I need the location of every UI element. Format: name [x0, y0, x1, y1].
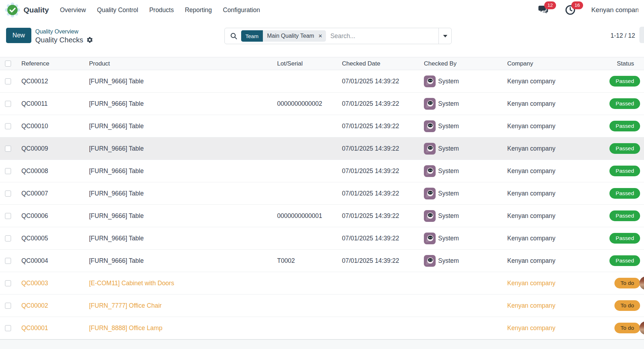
status-cell: Passed: [608, 166, 644, 176]
lot-serial-cell: 0000000000002: [271, 100, 336, 108]
reference-cell: QC00008: [16, 167, 83, 175]
menu-item-reporting[interactable]: Reporting: [185, 6, 212, 14]
status-cell: Passed: [608, 233, 644, 244]
column-header-checked-date[interactable]: Checked Date: [336, 60, 418, 67]
app-name[interactable]: Quality: [24, 6, 49, 14]
table-row[interactable]: QC00005 [FURN_9666] Table 07/01/2025 14:…: [0, 227, 644, 250]
row-checkbox[interactable]: [5, 146, 11, 152]
status-badge[interactable]: Passed: [609, 233, 640, 244]
status-cell: Passed: [608, 255, 644, 266]
row-checkbox[interactable]: [5, 123, 11, 129]
table-row[interactable]: QC00002 [FURN_7777] Office Chair Kenyan …: [0, 295, 644, 317]
company-cell: Kenyan company: [502, 78, 608, 85]
column-header-checked-by[interactable]: Checked By: [418, 60, 502, 67]
status-badge[interactable]: Passed: [609, 255, 640, 266]
status-cell: Passed: [608, 98, 644, 109]
product-cell: [FURN_9666] Table: [83, 235, 271, 242]
row-checkbox[interactable]: [5, 213, 11, 219]
facet-remove-icon[interactable]: ×: [317, 33, 323, 39]
new-button[interactable]: New: [6, 28, 31, 43]
column-header-product[interactable]: Product: [83, 60, 271, 67]
status-badge[interactable]: To do: [614, 300, 640, 311]
status-badge[interactable]: To do: [614, 323, 640, 333]
pager-previous-button[interactable]: [639, 27, 644, 43]
product-cell: [FURN_9666] Table: [83, 190, 271, 197]
bottom-scroll-strip[interactable]: [0, 339, 644, 349]
search-bar[interactable]: Team Main Quality Team × Search...: [224, 28, 452, 44]
row-checkbox[interactable]: [5, 325, 11, 331]
table-row[interactable]: QC00007 [FURN_9666] Table 07/01/2025 14:…: [0, 182, 644, 205]
reference-cell: QC00012: [16, 78, 83, 85]
row-checkbox[interactable]: [5, 235, 11, 241]
row-select-cell: [0, 123, 16, 129]
status-badge[interactable]: Passed: [609, 98, 640, 109]
table-row[interactable]: QC00011 [FURN_9666] Table 0000000000002 …: [0, 93, 644, 115]
top-navbar: Quality Overview Quality Control Product…: [0, 0, 644, 20]
row-select-cell: [0, 146, 16, 152]
checked-date-cell: 07/01/2025 14:39:22: [336, 145, 418, 152]
table-row[interactable]: QC00006 [FURN_9666] Table 0000000000001 …: [0, 205, 644, 227]
company-switcher[interactable]: Kenyan company: [591, 6, 638, 14]
messages-count-badge: 12: [544, 1, 556, 9]
table-row[interactable]: QC00012 [FURN_9666] Table 07/01/2025 14:…: [0, 70, 644, 93]
menu-item-quality-control[interactable]: Quality Control: [97, 6, 138, 14]
column-header-lot-serial[interactable]: Lot/Serial: [271, 60, 336, 67]
row-checkbox[interactable]: [5, 280, 11, 286]
status-badge[interactable]: Passed: [609, 188, 640, 199]
status-badge[interactable]: Passed: [609, 166, 640, 176]
select-all-checkbox-cell: [0, 61, 16, 67]
company-cell: Kenyan company: [502, 167, 608, 175]
topbar-right: 12 16 Kenyan company: [523, 5, 638, 15]
table-row[interactable]: QC00001 [FURN_8888] Office Lamp Kenyan c…: [0, 317, 644, 339]
breadcrumb: Quality Overview Quality Checks: [35, 28, 93, 45]
menu-item-overview[interactable]: Overview: [60, 6, 86, 14]
row-select-cell: [0, 168, 16, 174]
row-checkbox[interactable]: [5, 78, 11, 84]
select-all-checkbox[interactable]: [5, 61, 11, 67]
view-settings-gear-icon[interactable]: [86, 36, 93, 43]
column-header-company[interactable]: Company: [502, 60, 608, 67]
messages-button[interactable]: 12: [538, 5, 550, 15]
quality-app-icon[interactable]: [5, 2, 20, 17]
system-robot-avatar: [424, 210, 436, 222]
status-badge[interactable]: Passed: [609, 143, 640, 154]
menu-item-configuration[interactable]: Configuration: [223, 6, 260, 14]
search-facet-team: Team Main Quality Team ×: [241, 30, 326, 42]
menu-item-products[interactable]: Products: [149, 6, 174, 14]
search-input[interactable]: Search...: [330, 32, 438, 40]
activities-button[interactable]: 16: [565, 5, 577, 15]
column-header-status[interactable]: Status: [608, 60, 644, 67]
row-checkbox[interactable]: [5, 258, 11, 264]
table-row[interactable]: QC00009 [FURN_9666] Table 07/01/2025 14:…: [0, 137, 644, 160]
system-robot-avatar: [424, 120, 436, 132]
checked-by-cell: System: [418, 255, 502, 267]
search-options-toggle[interactable]: [438, 28, 451, 44]
breadcrumb-quality-overview[interactable]: Quality Overview: [35, 28, 93, 35]
reference-cell: QC00010: [16, 123, 83, 130]
system-robot-avatar: [424, 255, 436, 267]
table-row[interactable]: QC00010 [FURN_9666] Table 07/01/2025 14:…: [0, 115, 644, 137]
company-cell: Kenyan company: [502, 123, 608, 130]
reference-cell: QC00006: [16, 212, 83, 220]
table-row[interactable]: QC00004 [FURN_9666] Table T0002 07/01/20…: [0, 250, 644, 272]
status-badge[interactable]: Passed: [609, 76, 640, 87]
row-checkbox[interactable]: [5, 191, 11, 197]
status-badge[interactable]: Passed: [609, 121, 640, 131]
row-select-cell: [0, 101, 16, 107]
status-badge[interactable]: Passed: [609, 210, 640, 221]
company-cell: Kenyan company: [502, 257, 608, 265]
row-checkbox[interactable]: [5, 168, 11, 174]
table-row[interactable]: QC00008 [FURN_9666] Table 07/01/2025 14:…: [0, 160, 644, 182]
product-cell: [FURN_9666] Table: [83, 100, 271, 108]
checked-by-cell: System: [418, 210, 502, 222]
reference-cell: QC00001: [16, 324, 83, 332]
row-checkbox[interactable]: [5, 101, 11, 107]
status-badge[interactable]: To do: [614, 278, 640, 288]
status-cell: To do: [608, 300, 644, 311]
table-row[interactable]: QC00003 [E-COM11] Cabinet with Doors Ken…: [0, 272, 644, 295]
checked-by-cell: System: [418, 75, 502, 87]
column-header-reference[interactable]: Reference: [16, 60, 83, 67]
status-cell: Passed: [608, 210, 644, 221]
row-checkbox[interactable]: [5, 303, 11, 309]
company-cell: Kenyan company: [502, 190, 608, 197]
